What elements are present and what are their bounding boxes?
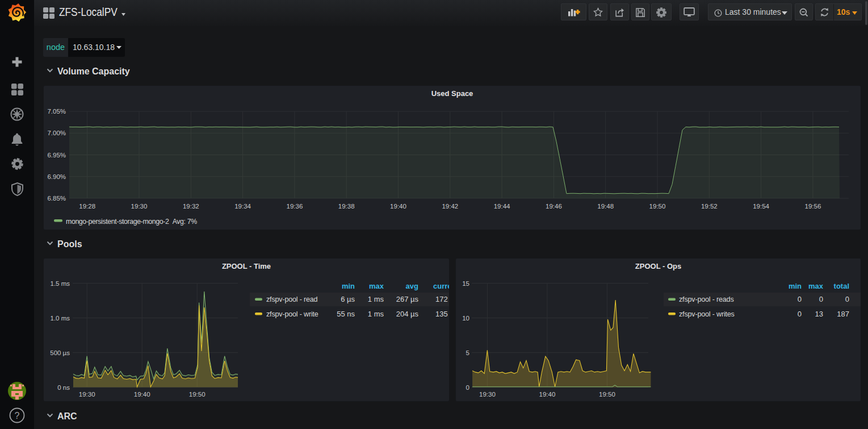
svg-text:zfspv-pool - reads: zfspv-pool - reads: [679, 295, 734, 303]
svg-text:0: 0: [798, 295, 802, 303]
svg-text:15: 15: [462, 280, 469, 287]
svg-text:min: min: [342, 282, 355, 290]
svg-text:19:52: 19:52: [701, 203, 718, 210]
svg-text:total: total: [834, 282, 849, 290]
svg-text:19:30: 19:30: [79, 391, 95, 398]
svg-text:current: current: [433, 282, 450, 290]
svg-text:?: ?: [15, 411, 20, 420]
svg-text:0: 0: [798, 310, 802, 318]
svg-text:mongo-persistent-storage-mongo: mongo-persistent-storage-mongo-2 Avg: 7%: [66, 218, 197, 226]
svg-text:7.00%: 7.00%: [47, 130, 66, 136]
svg-text:204 µs: 204 µs: [396, 310, 419, 318]
svg-text:19:50: 19:50: [599, 391, 615, 398]
svg-text:19:40: 19:40: [390, 203, 406, 210]
svg-text:135 µs: 135 µs: [435, 310, 450, 318]
svg-text:max: max: [369, 282, 384, 290]
svg-text:19:50: 19:50: [649, 203, 666, 210]
svg-text:19:40: 19:40: [539, 391, 556, 398]
svg-text:6 µs: 6 µs: [341, 295, 355, 303]
svg-text:19:48: 19:48: [597, 203, 614, 210]
svg-text:19:46: 19:46: [546, 203, 562, 210]
svg-text:6.90%: 6.90%: [47, 173, 66, 180]
svg-text:0 ns: 0 ns: [57, 384, 70, 391]
svg-text:19:30: 19:30: [479, 391, 496, 398]
svg-text:0: 0: [819, 295, 823, 303]
svg-text:19:28: 19:28: [79, 203, 95, 210]
svg-text:6.85%: 6.85%: [47, 195, 66, 202]
svg-text:19:30: 19:30: [131, 203, 148, 210]
svg-text:min: min: [789, 282, 802, 290]
svg-text:19:40: 19:40: [134, 391, 150, 398]
svg-text:avg: avg: [406, 282, 418, 290]
svg-text:6.95%: 6.95%: [47, 152, 66, 159]
svg-text:19:56: 19:56: [805, 203, 821, 210]
svg-text:0: 0: [845, 295, 849, 303]
svg-text:zfspv-pool - read: zfspv-pool - read: [266, 295, 318, 303]
svg-text:7.05%: 7.05%: [47, 108, 66, 115]
svg-text:1 ms: 1 ms: [368, 310, 384, 318]
svg-text:55 ns: 55 ns: [337, 310, 355, 318]
svg-text:1.5 ms: 1.5 ms: [50, 280, 70, 287]
svg-text:zfspv-pool - writes: zfspv-pool - writes: [679, 310, 735, 318]
svg-text:172 µs: 172 µs: [435, 295, 450, 303]
svg-text:19:38: 19:38: [338, 203, 355, 210]
svg-text:19:44: 19:44: [494, 203, 510, 210]
svg-text:1 ms: 1 ms: [368, 295, 384, 303]
svg-text:19:42: 19:42: [442, 203, 458, 210]
svg-text:13: 13: [815, 310, 823, 318]
svg-text:267 µs: 267 µs: [396, 295, 419, 303]
svg-text:10: 10: [462, 315, 469, 322]
svg-text:19:36: 19:36: [287, 203, 303, 210]
svg-text:19:34: 19:34: [234, 203, 251, 210]
svg-text:19:50: 19:50: [189, 391, 206, 398]
svg-text:1.0 ms: 1.0 ms: [50, 315, 70, 322]
svg-text:19:32: 19:32: [183, 203, 199, 210]
svg-text:max: max: [808, 282, 824, 290]
svg-text:0: 0: [466, 384, 469, 391]
svg-text:187: 187: [837, 310, 849, 318]
svg-text:zfspv-pool - write: zfspv-pool - write: [266, 310, 318, 318]
svg-text:500 µs: 500 µs: [50, 349, 70, 356]
svg-text:5: 5: [466, 349, 469, 356]
svg-text:19:54: 19:54: [753, 203, 769, 210]
